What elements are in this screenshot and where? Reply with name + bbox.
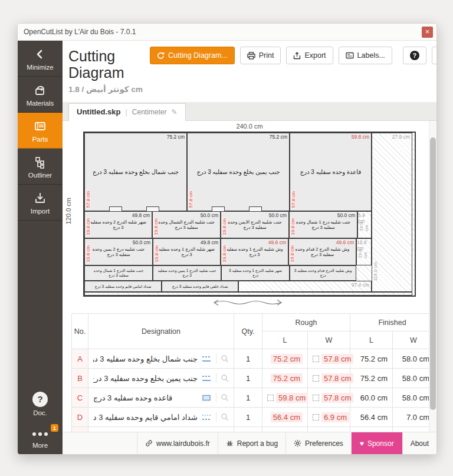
panel-label: جنب شمال بخلع وحده سفليه 3 درج [85,133,186,211]
cutting-diagram-button[interactable]: Cutting Diagram... [150,47,235,64]
waste-area: 97.4 cm [238,281,372,292]
finished-length: 60.0 cm [350,388,393,408]
finished-length: 75.2 cm [350,369,393,388]
report-bug-link[interactable]: Report a bug [218,432,285,454]
panel-notch [249,206,262,212]
panel-label: قاعدة وحده سفليه 3 درج [290,133,371,211]
diagram-panel[interactable]: جنب شمال بخلع وحده سفليه 3 درج75.2 cm57.… [84,133,187,211]
about-link[interactable]: About [402,432,436,454]
panel-width-dimension: 57.8 cm [188,190,193,209]
print-button[interactable]: Print [240,47,281,64]
export-button[interactable]: Export [286,47,333,64]
website-link[interactable]: www.lairdubois.fr [137,432,218,454]
waste-area: 27.9 cm119.0 cm [372,133,412,292]
label-tag-icon [346,52,354,59]
panel-length-dimension: 49.6 cm [336,239,354,245]
help-button[interactable]: ? [403,47,426,64]
diagram-panel[interactable]: جنب شلبيه درج 2 يمين وحده سفليه 3 درج50.… [84,238,153,265]
diagram-panel[interactable]: جنب يمين بخلع وحده سفليه 3 درج75.2 cm57.… [187,133,290,211]
sidebar-item-minimize[interactable]: Minimize [18,41,63,77]
sidebar-item-label: More [18,442,63,449]
diagram-panel[interactable]: وش شلبيه الدرج 2 قدام وحده سفليه 3 درج49… [288,238,356,265]
sidebar-item-more[interactable]: 1 More [18,422,63,454]
part-letter: A [72,349,88,369]
diagram-panel[interactable]: جنب شلبيه الدرج 1 شمال وحده سفليه 3 درج [84,265,153,281]
sidebar-item-doc[interactable]: ? Doc. [18,385,63,422]
refresh-icon [157,52,165,60]
waste-width-dimension: 119.0 cm [373,262,378,281]
panel-width-dimension: 19.8 cm [86,217,91,236]
table-row: A جنب شمال بخلع وحده سفليه 3 درج [72,349,435,369]
sidebar-item-materials[interactable]: Materials [18,77,63,113]
sidebar-item-outliner[interactable]: Outliner [18,149,63,185]
sidebar-item-parts[interactable]: Parts [18,113,63,149]
diagram-panel[interactable]: وش شلبيه الدرج 1 وحده سفليه 3 درج49.6 cm… [221,238,288,265]
panel-notch [212,206,225,212]
rough-width: 57.8 cm [308,349,350,369]
trim-icon [313,356,319,362]
printer-icon [247,52,255,60]
panel-width-dimension: 57.8 cm [291,190,296,209]
diagram-panel[interactable]: ضهر شلبه الدرج 1 وحده سفليه 3 درج49.8 cm… [153,238,221,265]
panel-width-dimension: 19.8 cm [290,244,295,263]
desktop-background: OpenCutList by L'Air du Bois - 7.0.1 × M… [0,0,453,476]
diagram-panel[interactable]: جنب شلبيه الدرج الشمال وحده سفليه 3 درج5… [152,211,221,238]
col-header-finished: Finished [350,314,435,331]
waste-area: 5.9 cm19.9 cm [357,211,372,238]
tab-file-name: Untitled.skp [77,107,120,116]
col-header-finished-w: W [393,331,435,349]
diagram-panel[interactable]: ضهر شلبه الدرج 2 وحده سفليه 3 درج49.8 cm… [84,211,152,238]
panel-length-dimension: 49.8 cm [201,239,218,245]
help-question-icon: ? [410,51,419,60]
panel-label: جنب يمين بخلع وحده سفليه 3 درج [188,133,289,211]
sidebar-item-import[interactable]: Import [18,185,63,221]
notification-badge: 1 [51,424,58,432]
panel-label: وش شلبيه الدرج قدام وحده سفليه 3 درج [290,266,356,280]
magnifier-icon[interactable] [221,374,229,382]
finished-width: 7.0 cm [393,427,435,432]
magnifier-icon[interactable] [221,413,229,421]
preferences-link[interactable]: Preferences [285,432,351,454]
close-button[interactable]: × Close [432,47,437,64]
panel-length-dimension: 49.8 cm [132,212,150,218]
diagram-panel[interactable]: جنب شلبيه الدرج الايمن وحده سفليه 3 درج5… [221,211,289,238]
diagram-panel[interactable]: جنب شلبيه درج 1 شمال وحده سفليه 3 درج50.… [289,211,357,238]
trim-icon [313,414,319,421]
scrollbar-thumb[interactable] [430,137,436,410]
magnifier-icon[interactable] [221,354,229,363]
panel-length-dimension: 75.2 cm [270,134,287,140]
status-footer: www.lairdubois.fr Report a bug Preferenc… [63,432,436,454]
sidebar-item-label: Import [18,208,63,215]
window-close-button[interactable]: × [422,27,433,38]
waste-length-dimension: 97.4 cm [352,282,369,288]
panel-length-dimension: 75.2 cm [167,134,185,140]
part-qty: 1 [234,408,262,427]
panel-width-dimension: 19.8 cm [222,217,227,236]
diagram-panel[interactable]: وش شلبيه الدرج قدام وحده سفليه 3 درج [290,265,356,281]
diagram-panel[interactable]: شداد خلفي قايم وحده سفليه 3 درج [162,281,238,292]
window-titlebar: OpenCutList by L'Air du Bois - 7.0.1 × [18,24,436,41]
window-title: OpenCutList by L'Air du Bois - 7.0.1 [24,28,422,36]
panel-length-dimension: 49.6 cm [268,239,286,245]
panel-label: شداد خلفي قايم وحده سفليه 3 درج [162,281,238,291]
diagram-panel[interactable]: قاعدة وحده سفليه 3 درج59.8 cm57.8 cm [290,133,372,211]
page-header: Cutting Diagram 1.8 / كونتر أبيض cm Cutt… [63,41,436,102]
diagram-panel[interactable]: ضهر شلبيه الدرج 1 وحده سفليه 3 درج [221,265,290,281]
diagram-panel[interactable]: شداد امامي قايم وحده سفليه 3 درج [84,281,162,292]
import-download-icon [18,191,63,205]
part-qty: 1 [234,349,262,369]
col-header-qty: Qty. [234,314,262,349]
part-name: جنب يمين بخلع وحده سفليه 3 درج [93,374,198,383]
sponsor-button[interactable]: ♥ Sponsor [351,432,402,454]
tab-untitled-skp[interactable]: Untitled.skp | Centimeter ✎ [68,103,186,121]
edit-pencil-icon[interactable]: ✎ [171,108,177,116]
materials-icon [18,83,63,97]
magnifier-icon[interactable] [221,393,229,402]
panel-length-dimension: 50.0 cm [133,239,150,245]
link-icon [145,439,153,447]
labels-button[interactable]: Labels... [339,47,392,64]
finished-width: 7.0 cm [393,408,435,427]
diagram-panel[interactable]: جنب شلبيه الدرج 1 يمين وحده سفليه 3 درج [153,265,221,281]
sidebar-item-label: Minimize [18,64,63,71]
rough-width: 6.9 cm [308,408,350,427]
